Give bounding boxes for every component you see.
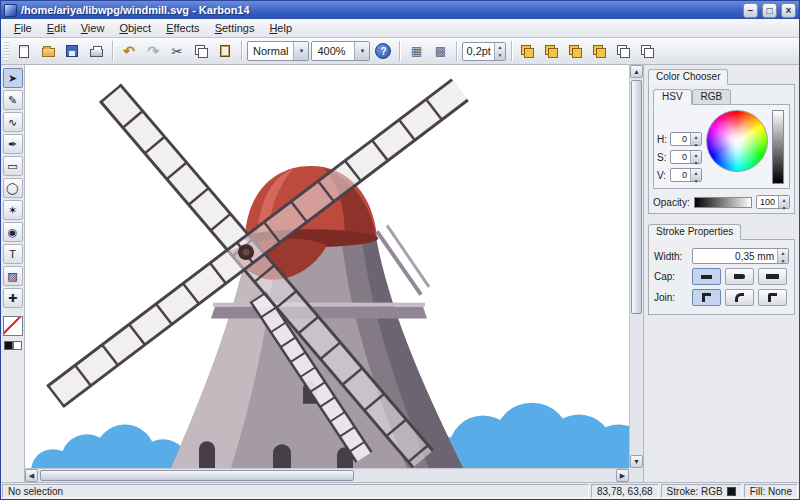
stroke-properties-tab[interactable]: Stroke Properties [648,224,741,240]
spin-down-icon[interactable]: ▼ [691,177,701,185]
snap-to-grid-button[interactable]: ▩ [429,40,451,62]
tab-hsv[interactable]: HSV [653,89,692,105]
ungroup-objects-button[interactable] [541,40,563,62]
menu-object[interactable]: Object [112,21,158,35]
hue-wheel[interactable] [706,110,768,172]
cap-butt-button[interactable] [692,268,721,285]
spin-up-icon[interactable]: ▲ [691,169,701,177]
fill-none-indicator[interactable] [3,316,23,336]
scroll-up-icon[interactable]: ▲ [630,65,643,78]
scroll-left-icon[interactable]: ◀ [25,469,38,482]
spin-up-icon[interactable]: ▲ [691,151,701,159]
hue-value: 0 [671,134,690,144]
hsv-values: H: 0 ▲▼ S: 0 ▲▼ [657,110,702,184]
scroll-right-icon[interactable]: ▶ [616,469,629,482]
save-disk-icon [66,45,78,57]
gradient-tool[interactable]: ▨ [3,266,23,286]
scroll-down-icon[interactable]: ▼ [630,455,643,468]
cut-scissors-icon: ✂ [172,44,183,59]
menu-settings[interactable]: Settings [208,21,262,35]
zoom-combo[interactable]: 400% ▼ [311,41,370,61]
spin-up-icon[interactable]: ▲ [495,43,505,52]
menu-help[interactable]: Help [262,21,299,35]
toolbar-separator [112,41,113,61]
new-document-button[interactable] [13,40,35,62]
view-mode-combo[interactable]: Normal ▼ [247,41,309,61]
canvas-horizontal-scrollbar[interactable]: ◀ ▶ [25,468,629,482]
undo-button[interactable]: ↶ [118,40,140,62]
menu-edit[interactable]: Edit [40,21,73,35]
show-grid-button[interactable]: ▦ [405,40,427,62]
join-bevel-button[interactable] [758,289,787,306]
join-round-button[interactable] [725,289,754,306]
help-button[interactable]: ? [372,40,394,62]
open-button[interactable] [37,40,59,62]
chevron-down-icon[interactable]: ▼ [293,42,308,60]
spiral-tool[interactable]: ◉ [3,222,23,242]
titlebar[interactable]: /home/ariya/libwpg/windmill.svg - Karbon… [1,1,799,19]
rectangle-tool[interactable]: ▭ [3,156,23,176]
cap-round-button[interactable] [725,268,754,285]
horizontal-scroll-thumb[interactable] [40,470,354,481]
group-objects-button[interactable] [517,40,539,62]
spin-up-icon[interactable]: ▲ [779,196,789,204]
canvas-vertical-scrollbar[interactable]: ▲ ▼ [629,65,643,468]
spin-down-icon[interactable]: ▼ [691,159,701,167]
stroke-width-spinner[interactable]: 0,35 mm ▲▼ [692,248,789,264]
freehand-tool[interactable]: ∿ [3,112,23,132]
paste-button[interactable] [214,40,236,62]
save-button[interactable] [61,40,83,62]
cap-square-button[interactable] [758,268,787,285]
bring-to-front-button[interactable] [613,40,635,62]
maximize-button[interactable]: □ [762,3,777,18]
spin-down-icon[interactable]: ▼ [779,204,789,212]
value-gradient-bar[interactable] [772,110,784,184]
spinner-arrows[interactable]: ▲ ▼ [494,43,505,60]
menu-file[interactable]: File [7,21,39,35]
star-tool[interactable]: ✶ [3,200,23,220]
redo-icon: ↷ [147,43,159,59]
document-canvas[interactable] [25,65,629,468]
join-miter-button[interactable] [692,289,721,306]
stroke-fill-swatches[interactable] [4,341,22,350]
select-tool[interactable]: ➤ [3,68,23,88]
pencil-icon: ✎ [8,94,17,107]
redo-button[interactable]: ↷ [142,40,164,62]
stroke-color-swatch[interactable] [4,341,13,350]
chevron-down-icon[interactable]: ▼ [354,42,369,60]
lower-object-button[interactable] [589,40,611,62]
bezier-path-tool[interactable]: ✒ [3,134,23,154]
ellipse-tool[interactable]: ◯ [3,178,23,198]
saturation-spinner[interactable]: 0 ▲▼ [670,150,702,164]
tab-rgb[interactable]: RGB [692,89,732,105]
opacity-slider[interactable] [694,197,752,208]
spin-up-icon[interactable]: ▲ [691,133,701,141]
spin-down-icon[interactable]: ▼ [778,257,788,265]
print-button[interactable] [85,40,107,62]
menu-effects[interactable]: Effects [159,21,206,35]
line-width-spinner[interactable]: 0,2pt ▲ ▼ [462,42,505,61]
raise-object-button[interactable] [565,40,587,62]
spin-down-icon[interactable]: ▼ [495,51,505,60]
color-chooser-tab[interactable]: Color Chooser [648,69,728,85]
close-button[interactable]: × [781,3,796,18]
value-row: V: 0 ▲▼ [657,168,702,182]
menu-view[interactable]: View [74,21,112,35]
fill-color-swatch[interactable] [13,341,22,350]
hue-spinner[interactable]: 0 ▲▼ [670,132,702,146]
cut-button[interactable]: ✂ [166,40,188,62]
opacity-spinner[interactable]: 100 ▲▼ [756,195,790,209]
vertical-scroll-thumb[interactable] [631,80,642,314]
clipart-tool[interactable]: ✚ [3,288,23,308]
value-spinner[interactable]: 0 ▲▼ [670,168,702,182]
spin-down-icon[interactable]: ▼ [691,141,701,149]
node-edit-tool[interactable]: ✎ [3,90,23,110]
join-miter-icon [702,293,711,302]
toolbar-handle[interactable] [4,41,9,61]
minimize-button[interactable]: − [743,3,758,18]
copy-button[interactable] [190,40,212,62]
spin-up-icon[interactable]: ▲ [778,249,788,257]
text-tool[interactable]: T [3,244,23,264]
send-to-back-button[interactable] [637,40,659,62]
send-back-icon [641,45,654,58]
